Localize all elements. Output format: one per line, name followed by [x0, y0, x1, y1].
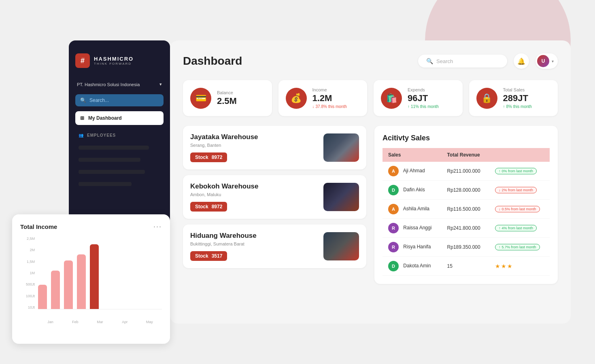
stat-label-balance: Balance: [217, 90, 237, 95]
change-cell: ↓ 2% from last month: [489, 181, 550, 200]
sidebar-item-my-dashboard[interactable]: ⊞ My Dashboard: [75, 111, 164, 125]
person-avatar: R: [388, 242, 399, 252]
chart-bar-group: [64, 260, 73, 309]
dashboard-icon: ⊞: [80, 115, 84, 121]
table-row: A Aji Ahmad Rp211.000.000 ↑ 0% from last…: [382, 162, 550, 181]
sidebar-search-input[interactable]: [89, 97, 159, 103]
arrow-up-icon: ↑: [408, 104, 410, 109]
chart-bar-group: [51, 271, 60, 309]
change-text: 2% from last month: [502, 188, 533, 192]
warehouse-image-0: [323, 133, 359, 162]
warehouse-info-2: Hiduang Warehouse Bukittinggi, Sumatera …: [190, 232, 318, 261]
stat-card-total-sales: 🔒 Total Sales 289JT ↑ 8% this month: [469, 80, 558, 116]
main-content: Dashboard 🔍 🔔 U ▾ 💳 B: [170, 40, 571, 324]
stat-change-total-sales: ↑ 8% this month: [503, 104, 532, 109]
person-avatar: D: [388, 261, 399, 271]
change-text: 0.5% from last month: [502, 207, 536, 211]
stock-label-2: Stock: [195, 253, 208, 259]
chart-bars: [38, 237, 162, 309]
stat-card-balance: 💳 Balance 2.5M: [183, 80, 272, 116]
warehouse-name-0: Jayataka Warehouse: [190, 133, 318, 141]
chart-bar: [64, 260, 73, 309]
chart-x-label: Jan: [45, 320, 57, 324]
chart-more-button[interactable]: ···: [153, 222, 162, 231]
search-bar[interactable]: 🔍: [418, 55, 507, 68]
change-text: 4% from last month: [502, 226, 533, 230]
change-text: 5.7% from last month: [502, 245, 536, 249]
change-badge: ↓ 2% from last month: [495, 187, 537, 193]
arrow-down-icon: ↓: [312, 104, 314, 109]
chart-x-label: Mar: [94, 320, 106, 324]
avatar: U: [537, 55, 549, 67]
chart-y-axis: 2,5M2M1,5M1M500Jt100Jt10Jt: [20, 237, 38, 309]
employees-icon: 👥: [79, 133, 84, 138]
expends-icon: 🛍️: [381, 88, 402, 109]
warehouse-image-1: [323, 183, 359, 211]
warehouse-stock-0: Stock 8972: [190, 152, 227, 162]
table-row: R Raissa Anggi Rp241.800.000 ↑ 4% from l…: [382, 219, 550, 238]
warehouses-column: Jayataka Warehouse Serang, Banten Stock …: [183, 126, 366, 284]
change-badge: ↑ 0% from last month: [495, 168, 537, 174]
activity-sales-panel: Acitivty Sales Sales Total Revenue A Aji…: [374, 126, 558, 284]
person-avatar: A: [388, 204, 399, 214]
change-cell: ↑ 5.7% from last month: [489, 238, 550, 257]
sidebar-search-bar[interactable]: 🔍: [75, 94, 164, 106]
user-avatar-button[interactable]: U ▾: [536, 53, 558, 69]
change-badge: ↓ 0.5% from last month: [495, 206, 540, 212]
arrow-up-icon-sales: ↑: [503, 104, 505, 109]
search-icon: 🔍: [80, 97, 86, 103]
logo-name: HASHMICRO: [94, 56, 134, 62]
star-rating: ★★★: [495, 263, 513, 269]
chart-x-label: Apr: [119, 320, 131, 324]
chart-y-label: 100Jt: [26, 294, 35, 298]
main-header: Dashboard 🔍 🔔 U ▾: [183, 53, 558, 69]
company-name: PT. Hashmicro Solusi Indonesia: [77, 82, 140, 87]
warehouse-name-1: Kebokoh Warehouse: [190, 182, 318, 190]
search-icon-header: 🔍: [426, 58, 433, 64]
change-text: 0% from last month: [502, 169, 533, 173]
activity-title: Acitivty Sales: [382, 134, 550, 142]
logo-tagline: THINK FORWARD: [94, 62, 134, 66]
total-income-chart-card: Total Income ··· 2,5M2M1,5M1M500Jt100Jt1…: [12, 214, 170, 344]
warehouse-stock-1: Stock 8972: [190, 202, 227, 212]
total-sales-icon: 🔒: [476, 88, 497, 109]
chart-bar: [51, 271, 60, 309]
chart-x-labels: JanFebMarAprMay: [38, 320, 162, 324]
sidebar-item-label: My Dashboard: [88, 115, 122, 121]
chart-y-label: 2,5M: [27, 237, 35, 241]
stat-label-income: Income: [312, 87, 347, 92]
stat-change-expends: ↑ 11% this month: [408, 104, 439, 109]
page-title: Dashboard: [183, 55, 242, 68]
notification-button[interactable]: 🔔: [514, 53, 529, 69]
change-cell: ↑ 0% from last month: [489, 162, 550, 181]
table-row: D Dafin Akis Rp128.000.000 ↓ 2% from las…: [382, 181, 550, 200]
person-avatar: D: [388, 185, 399, 195]
stat-value-expends: 96JT: [408, 93, 439, 104]
stat-info-total-sales: Total Sales 289JT ↑ 8% this month: [503, 87, 532, 109]
person-name: Risya Hanifa: [403, 244, 431, 250]
table-row: D Dakota Amin 15 ★★★: [382, 257, 550, 276]
chart-bar: [90, 244, 99, 309]
change-arrow: ↓: [499, 207, 501, 211]
person-cell: R Risya Hanifa: [382, 238, 442, 257]
change-arrow: ↑: [499, 169, 501, 173]
change-arrow: ↑: [499, 226, 501, 230]
revenue-cell: Rp189.350.000: [442, 238, 489, 257]
person-name: Raissa Anggi: [403, 225, 431, 231]
main-grid: Jayataka Warehouse Serang, Banten Stock …: [183, 126, 558, 284]
stars-cell: ★★★: [489, 257, 550, 276]
warehouse-image-2: [323, 232, 359, 260]
person-name: Aji Ahmad: [403, 168, 425, 174]
person-cell: R Raissa Anggi: [382, 219, 442, 238]
stat-value-income: 1.2M: [312, 93, 347, 104]
stat-value-balance: 2.5M: [217, 96, 237, 106]
company-selector[interactable]: PT. Hashmicro Solusi Indonesia ▾: [75, 79, 164, 89]
change-arrow: ↓: [499, 188, 501, 192]
change-arrow: ↑: [499, 245, 501, 249]
activity-table: Sales Total Revenue A Aji Ahmad Rp211.00…: [382, 148, 550, 276]
sidebar-logo: # HASHMICRO THINK FORWARD: [75, 50, 164, 74]
search-input[interactable]: [436, 58, 499, 64]
warehouse-stock-2: Stock 3517: [190, 251, 227, 261]
chart-bar-group: [38, 285, 47, 309]
chart-y-label: 10Jt: [28, 305, 35, 309]
